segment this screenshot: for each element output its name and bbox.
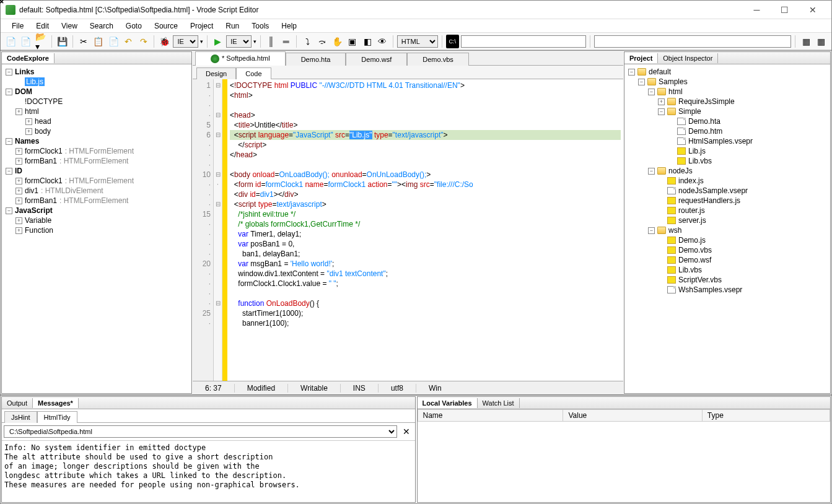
expand-toggle-icon[interactable]: − xyxy=(658,108,665,115)
code-editor[interactable]: 1 · · · 5 6 · · · 10 · · · 15 · · · · 20… xyxy=(193,79,623,381)
tree-item[interactable]: ScriptVer.vbs xyxy=(628,275,826,285)
tree-item[interactable]: +formClock1 : HTMLFormElement xyxy=(6,176,188,186)
run-browser-select[interactable]: IE xyxy=(226,35,252,48)
tree-item[interactable]: router.js xyxy=(628,206,826,215)
codeexplore-tree[interactable]: −LinksLib.js−DOM!DOCTYPE+html+head+body−… xyxy=(2,64,191,393)
search-input[interactable] xyxy=(594,35,791,48)
open-icon[interactable]: 📂▾ xyxy=(35,35,48,48)
tree-section[interactable]: −DOM xyxy=(6,87,188,97)
copy-icon[interactable]: 📋 xyxy=(92,35,105,48)
tree-item[interactable]: +head xyxy=(6,116,188,126)
debug-icon[interactable]: 🐞 xyxy=(158,35,171,48)
tree-item[interactable]: HtmlSamples.vsepr xyxy=(628,136,826,146)
sub-tab-design[interactable]: Design xyxy=(196,67,236,79)
settings-icon[interactable]: ✕ xyxy=(400,425,413,438)
output-path-select[interactable]: C:\Softpedia\Softpedia.html xyxy=(4,425,397,438)
tree-item[interactable]: WshSamples.vsepr xyxy=(628,285,826,295)
tree-section[interactable]: −JavaScript xyxy=(6,206,188,215)
tree-item[interactable]: +formBan1 : HTMLFormElement xyxy=(6,196,188,206)
menu-goto[interactable]: Goto xyxy=(120,20,148,32)
cut-icon[interactable]: ✂ xyxy=(77,35,90,48)
expand-toggle-icon[interactable]: + xyxy=(15,108,22,115)
menu-source[interactable]: Source xyxy=(148,20,184,32)
output-tab[interactable]: Output xyxy=(2,398,33,408)
expand-toggle-icon[interactable]: − xyxy=(628,69,635,76)
menu-help[interactable]: Help xyxy=(275,20,303,32)
close-button[interactable]: ✕ xyxy=(799,1,826,19)
tree-item[interactable]: server.js xyxy=(628,215,826,225)
breakpoint-icon[interactable]: ▣ xyxy=(346,35,359,48)
tree-item[interactable]: −default xyxy=(628,67,826,77)
expand-toggle-icon[interactable]: + xyxy=(15,148,22,155)
pause-icon[interactable]: ║ xyxy=(265,35,278,48)
stop-icon[interactable]: ═ xyxy=(279,35,292,48)
expand-toggle-icon[interactable]: − xyxy=(6,89,12,95)
tool2-icon[interactable]: ▦ xyxy=(815,35,828,48)
file-tab[interactable]: Demo.hta xyxy=(286,53,346,66)
menu-run[interactable]: Run xyxy=(219,20,245,32)
tree-item[interactable]: +body xyxy=(6,126,188,136)
close-panel-icon[interactable]: ✕ xyxy=(0,0,6,6)
tree-item[interactable]: Demo.js xyxy=(628,235,826,245)
watch-col-header[interactable]: Name xyxy=(418,410,563,422)
hand-icon[interactable]: ✋ xyxy=(331,35,344,48)
code-content[interactable]: <!DOCTYPE html PUBLIC "-//W3C//DTD HTML … xyxy=(227,79,623,381)
tree-item[interactable]: Lib.vbs xyxy=(628,265,826,275)
file-tab[interactable]: Demo.vbs xyxy=(407,53,469,66)
project-tree[interactable]: −default−Samples−html+RequireJsSimple−Si… xyxy=(624,64,830,393)
new-file-icon[interactable]: 📄 xyxy=(4,35,17,48)
browser-select[interactable]: IE xyxy=(173,35,198,48)
language-select[interactable]: HTML xyxy=(397,35,438,48)
output-subtab[interactable]: JsHint xyxy=(4,411,37,423)
tree-item[interactable]: Lib.js xyxy=(6,77,188,87)
undo-icon[interactable]: ↶ xyxy=(122,35,135,48)
tree-item[interactable]: +formClock1 : HTMLFormElement xyxy=(6,146,188,156)
expand-toggle-icon[interactable]: + xyxy=(658,98,665,105)
menu-search[interactable]: Search xyxy=(84,20,120,32)
tree-item[interactable]: index.js xyxy=(628,176,826,186)
expand-toggle-icon[interactable]: + xyxy=(15,178,22,185)
file-tab[interactable]: * Softpedia.html xyxy=(195,51,286,66)
menu-view[interactable]: View xyxy=(55,20,84,32)
tree-item[interactable]: −Samples xyxy=(628,77,826,87)
watch-col-header[interactable]: Value xyxy=(563,410,702,422)
expand-toggle-icon[interactable]: + xyxy=(15,158,22,165)
watch-icon[interactable]: 👁 xyxy=(376,35,389,48)
menu-edit[interactable]: Edit xyxy=(30,20,55,32)
tree-item[interactable]: Demo.wsf xyxy=(628,255,826,265)
step-over-icon[interactable]: ⤼ xyxy=(316,35,329,48)
tree-item[interactable]: −Simple xyxy=(628,106,826,116)
project-tab[interactable]: Project xyxy=(624,53,658,63)
breakpoint2-icon[interactable]: ◧ xyxy=(361,35,374,48)
tool-icon[interactable]: ▦ xyxy=(799,35,812,48)
tree-item[interactable]: +formBan1 : HTMLFormElement xyxy=(6,156,188,166)
tree-item[interactable]: +html xyxy=(6,106,188,116)
redo-icon[interactable]: ↷ xyxy=(137,35,150,48)
menu-project[interactable]: Project xyxy=(184,20,219,32)
expand-toggle-icon[interactable]: − xyxy=(6,168,12,175)
tree-section[interactable]: −Links xyxy=(6,67,188,77)
expand-toggle-icon[interactable]: − xyxy=(6,207,12,214)
sub-tab-code[interactable]: Code xyxy=(236,67,271,79)
step-into-icon[interactable]: ⤵ xyxy=(300,35,313,48)
expand-toggle-icon[interactable]: + xyxy=(15,198,22,204)
tree-item[interactable]: !DOCTYPE xyxy=(6,97,188,106)
tree-item[interactable]: +div1 : HTMLDivElement xyxy=(6,186,188,196)
tree-item[interactable]: Lib.vbs xyxy=(628,156,826,166)
watch-tab[interactable]: Watch List xyxy=(478,398,520,408)
watch-tab[interactable]: Local Variables xyxy=(418,398,478,408)
minimize-button[interactable]: ─ xyxy=(743,1,771,19)
file-tab[interactable]: Demo.wsf xyxy=(346,53,407,66)
menu-tools[interactable]: Tools xyxy=(245,20,275,32)
tree-item[interactable]: Demo.htm xyxy=(628,126,826,136)
expand-toggle-icon[interactable]: − xyxy=(6,69,12,76)
output-subtab[interactable]: HtmlTidy xyxy=(37,411,77,423)
expand-toggle-icon[interactable]: − xyxy=(638,79,645,85)
tree-item[interactable]: +Variable xyxy=(6,215,188,225)
project-tab[interactable]: Object Inspector xyxy=(658,53,718,63)
expand-toggle-icon[interactable]: − xyxy=(648,227,655,234)
tree-item[interactable]: requestHandlers.js xyxy=(628,196,826,206)
tree-section[interactable]: −Names xyxy=(6,136,188,146)
expand-toggle-icon[interactable]: + xyxy=(25,128,32,135)
save-icon[interactable]: 💾 xyxy=(56,35,69,48)
